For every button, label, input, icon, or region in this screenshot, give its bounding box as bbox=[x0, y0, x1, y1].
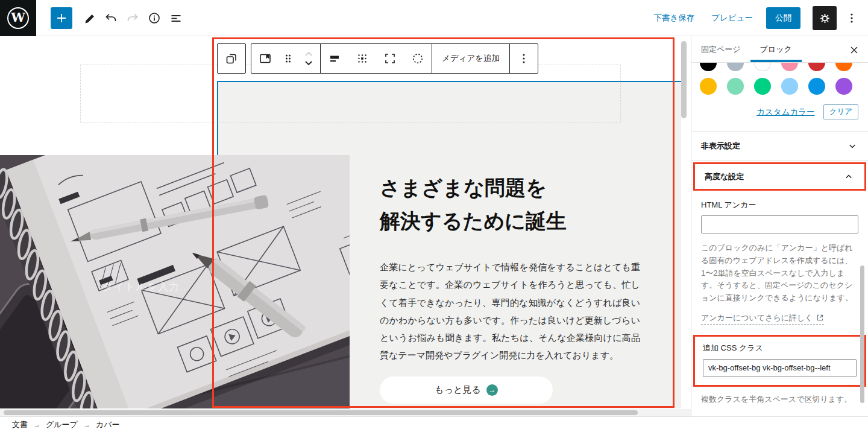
chevron-up-icon bbox=[843, 171, 855, 183]
clear-color-button[interactable]: クリア bbox=[823, 104, 858, 119]
drag-handle[interactable] bbox=[279, 44, 297, 73]
advanced-settings-body: HTML アンカー このブロックのみに「アンカー」と呼ばれる固有のウェブアドレス… bbox=[691, 191, 868, 325]
cover-heading-line2: 解決するために誕生 bbox=[380, 205, 640, 238]
post-title-placeholder[interactable]: タイトルを入力... bbox=[102, 280, 190, 294]
color-swatch[interactable] bbox=[754, 78, 771, 95]
color-palette bbox=[691, 63, 868, 95]
panel-hidden-settings[interactable]: 非表示設定 bbox=[691, 132, 868, 160]
canvas-horizontal-scrollbar-track bbox=[0, 409, 691, 416]
info-icon bbox=[148, 11, 161, 25]
undo-icon bbox=[104, 11, 118, 25]
tab-page[interactable]: 固定ページ bbox=[691, 36, 750, 62]
redo-icon bbox=[126, 11, 139, 25]
block-mover[interactable] bbox=[297, 44, 320, 73]
kebab-menu-icon bbox=[517, 51, 531, 66]
wordpress-logo-icon: W bbox=[7, 7, 29, 29]
html-anchor-label: HTML アンカー bbox=[701, 200, 858, 211]
hidden-settings-label: 非表示設定 bbox=[701, 141, 740, 151]
css-class-help-text: 複数クラスを半角スペースで区切ります。 bbox=[691, 393, 868, 406]
add-block-button[interactable] bbox=[51, 7, 72, 29]
more-button-label: もっと見る bbox=[435, 384, 480, 396]
publish-button[interactable]: 公開 bbox=[766, 7, 800, 29]
content-position-button[interactable] bbox=[348, 44, 376, 73]
anchor-help-text: このブロックのみに「アンカー」と呼ばれる固有のウェブアドレスを作成するには、1〜… bbox=[701, 242, 858, 305]
close-sidebar-button[interactable] bbox=[846, 42, 862, 58]
cover-inner-content: さまざまな問題を 解決するために誕生 企業にとってウェブサイトで情報を発信をする… bbox=[380, 171, 640, 404]
cover-paragraph[interactable]: 企業にとってウェブサイトで情報を発信をすることはとても重要なことです。企業のウェ… bbox=[380, 258, 640, 364]
canvas-horizontal-scrollbar[interactable] bbox=[4, 410, 638, 415]
details-button[interactable] bbox=[143, 7, 165, 29]
css-class-input[interactable] bbox=[703, 359, 857, 377]
external-link-icon bbox=[816, 314, 824, 322]
anchor-link-label: アンカーについてさらに詳しく bbox=[701, 313, 813, 323]
color-swatch[interactable] bbox=[781, 78, 798, 95]
move-up-down-icon bbox=[303, 46, 315, 71]
tab-block[interactable]: ブロック bbox=[750, 36, 802, 62]
gear-icon bbox=[819, 12, 831, 25]
cover-block-icon bbox=[258, 51, 272, 66]
breadcrumb-separator: → bbox=[33, 421, 40, 429]
color-swatch[interactable] bbox=[727, 63, 744, 71]
custom-color-row: カスタムカラー クリア bbox=[691, 104, 868, 119]
sidebar-scrollbar[interactable] bbox=[860, 265, 864, 403]
parent-group-icon bbox=[224, 51, 239, 66]
divider bbox=[691, 160, 868, 161]
arrow-right-icon: → bbox=[486, 384, 498, 396]
content-position-icon bbox=[355, 51, 370, 66]
color-swatch[interactable] bbox=[781, 63, 798, 71]
color-swatch[interactable] bbox=[727, 78, 744, 95]
cover-heading[interactable]: さまざまな問題を 解決するために誕生 bbox=[380, 171, 640, 238]
breadcrumb-group[interactable]: グループ bbox=[46, 419, 78, 430]
breadcrumb-cover[interactable]: カバー bbox=[96, 419, 120, 430]
full-height-button[interactable] bbox=[376, 44, 404, 73]
anchor-learn-more-link[interactable]: アンカーについてさらに詳しく bbox=[701, 313, 824, 325]
color-swatch[interactable] bbox=[835, 78, 852, 95]
full-height-icon bbox=[383, 51, 397, 66]
color-swatch[interactable] bbox=[835, 63, 852, 71]
advanced-settings-label: 高度な設定 bbox=[705, 171, 744, 182]
list-view-icon bbox=[169, 11, 183, 25]
more-button[interactable]: もっと見る → bbox=[380, 376, 553, 404]
color-swatch[interactable] bbox=[700, 78, 717, 95]
cover-heading-line1: さまざまな問題を bbox=[380, 171, 640, 205]
preview-button[interactable]: プレビュー bbox=[705, 8, 759, 28]
cover-block-type-button[interactable] bbox=[251, 44, 279, 73]
block-toolbar: メディアを追加 bbox=[217, 43, 538, 74]
redo-button[interactable] bbox=[122, 7, 143, 29]
breadcrumb-document[interactable]: 文書 bbox=[12, 419, 28, 430]
breadcrumb-separator: → bbox=[83, 421, 90, 429]
alignment-button[interactable] bbox=[321, 44, 348, 73]
align-icon bbox=[327, 51, 342, 66]
chevron-down-icon bbox=[846, 140, 858, 152]
block-options-button[interactable] bbox=[510, 44, 538, 73]
tools-button[interactable] bbox=[78, 7, 100, 29]
kebab-menu-icon bbox=[845, 11, 858, 25]
duotone-filter-button[interactable] bbox=[404, 44, 432, 73]
color-swatch[interactable] bbox=[700, 63, 717, 71]
select-parent-block-button[interactable] bbox=[218, 44, 245, 73]
color-swatch[interactable] bbox=[808, 78, 825, 95]
editor-top-bar: W 下書き保存 プレビュー 公開 bbox=[0, 0, 868, 36]
wordpress-logo[interactable]: W bbox=[0, 0, 36, 36]
css-class-label: 追加 CSS クラス bbox=[703, 343, 857, 354]
panel-advanced-settings[interactable]: 高度な設定 bbox=[695, 164, 864, 189]
options-menu-button[interactable] bbox=[841, 6, 862, 30]
color-swatch[interactable] bbox=[808, 63, 825, 71]
select-parent-group bbox=[217, 43, 246, 74]
add-media-button[interactable]: メディアを追加 bbox=[432, 44, 509, 73]
settings-sidebar: 固定ページ ブロック カスタムカラー クリア 非表示設定 高度な設定 bbox=[691, 36, 868, 416]
annotation-box-advanced-settings: 高度な設定 bbox=[693, 162, 866, 191]
wordpress-block-editor: W 下書き保存 プレビュー 公開 bbox=[0, 0, 868, 432]
settings-button[interactable] bbox=[813, 6, 837, 30]
custom-color-link[interactable]: カスタムカラー bbox=[756, 107, 814, 118]
canvas-vertical-scrollbar[interactable] bbox=[681, 41, 687, 118]
save-draft-button[interactable]: 下書き保存 bbox=[647, 8, 700, 28]
sidebar-tabs: 固定ページ ブロック bbox=[691, 36, 868, 63]
html-anchor-input[interactable] bbox=[701, 215, 858, 233]
undo-button[interactable] bbox=[100, 7, 122, 29]
list-view-button[interactable] bbox=[165, 7, 187, 29]
plus-icon bbox=[55, 11, 68, 25]
color-swatch[interactable] bbox=[754, 63, 771, 71]
color-palette-row-1 bbox=[700, 63, 860, 71]
pencil-icon bbox=[83, 11, 96, 25]
